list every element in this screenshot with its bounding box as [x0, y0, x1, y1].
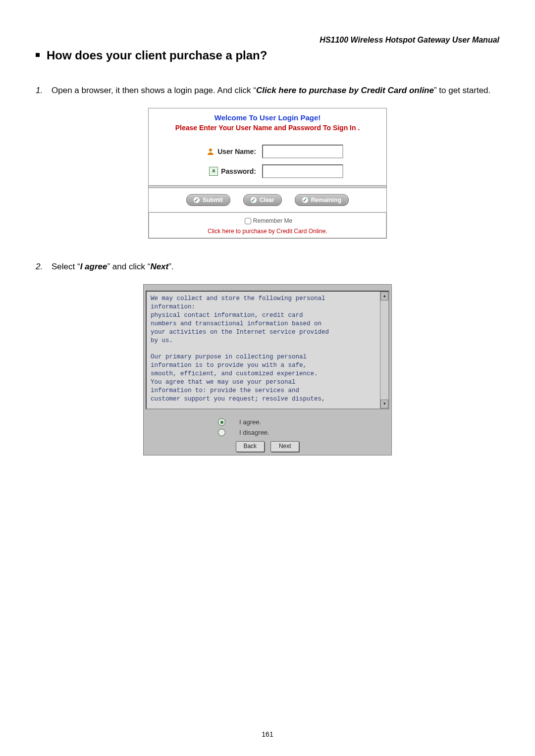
- submit-button[interactable]: Submit: [186, 194, 230, 206]
- password-label: Password:: [221, 167, 256, 175]
- step1-post: ” to get started.: [434, 86, 490, 95]
- remember-label: Remember Me: [253, 217, 292, 224]
- scroll-up-icon[interactable]: ▴: [380, 292, 388, 301]
- clear-button[interactable]: Clear: [243, 194, 282, 206]
- section-heading-text: How does your client purchase a plan?: [47, 49, 267, 62]
- radio-dot-checked-icon: [218, 418, 225, 426]
- step2-mid: ” and click “: [107, 262, 150, 271]
- password-input[interactable]: [262, 164, 343, 178]
- login-subtitle: Please Enter Your User Name and Password…: [152, 124, 383, 132]
- step2-post: ”.: [168, 262, 173, 271]
- login-screenshot: Welcome To User Login Page! Please Enter…: [148, 108, 387, 239]
- doc-header: HS1100 Wireless Hotspot Gateway User Man…: [36, 36, 499, 45]
- username-label: User Name:: [217, 148, 256, 155]
- remember-checkbox[interactable]: [245, 218, 251, 224]
- window-titlebar: [144, 285, 391, 290]
- remember-me[interactable]: Remember Me: [243, 217, 292, 224]
- agreement-screenshot: We may collect and store the following p…: [143, 284, 392, 455]
- user-icon: [207, 148, 214, 155]
- remaining-label: Remaining: [311, 197, 341, 203]
- step2-bold2: Next: [150, 262, 168, 271]
- submit-label: Submit: [203, 197, 223, 203]
- page-number: 161: [0, 730, 535, 738]
- radio-agree[interactable]: I agree.: [218, 418, 317, 426]
- svg-point-0: [209, 149, 212, 151]
- radio-dot-icon: [218, 429, 225, 436]
- step2-bold1: I agree: [80, 262, 107, 271]
- divider: [149, 185, 386, 188]
- scroll-down-icon[interactable]: ▾: [380, 400, 388, 408]
- step2-pre: Select “: [52, 262, 80, 271]
- step-2: 2. Select “I agree” and click “Next”.: [36, 258, 499, 275]
- step-number: 1.: [36, 82, 52, 99]
- section-heading: How does your client purchase a plan?: [36, 49, 499, 62]
- step1-pre: Open a browser, it then shows a login pa…: [52, 86, 256, 95]
- back-button[interactable]: Back: [236, 441, 265, 452]
- agreement-text: We may collect and store the following p…: [151, 295, 378, 403]
- step-1: 1. Open a browser, it then shows a login…: [36, 82, 499, 99]
- radio-disagree[interactable]: I disagree.: [218, 429, 317, 436]
- login-title: Welcome To User Login Page!: [152, 113, 383, 122]
- agree-label: I agree.: [239, 418, 261, 426]
- agreement-textarea[interactable]: We may collect and store the following p…: [146, 291, 389, 409]
- disagree-label: I disagree.: [239, 429, 269, 436]
- bullet-icon: [36, 53, 40, 57]
- step-number: 2.: [36, 258, 52, 275]
- remaining-button[interactable]: Remaining: [295, 194, 349, 206]
- purchase-link[interactable]: Click here to purchase by Credit Card On…: [149, 228, 386, 235]
- scrollbar[interactable]: ▴ ▾: [380, 292, 388, 408]
- next-button[interactable]: Next: [270, 441, 299, 452]
- username-input[interactable]: [262, 145, 343, 158]
- password-icon: a: [209, 167, 218, 176]
- step1-bold: Click here to purchase by Credit Card on…: [256, 86, 434, 95]
- clear-label: Clear: [260, 197, 274, 203]
